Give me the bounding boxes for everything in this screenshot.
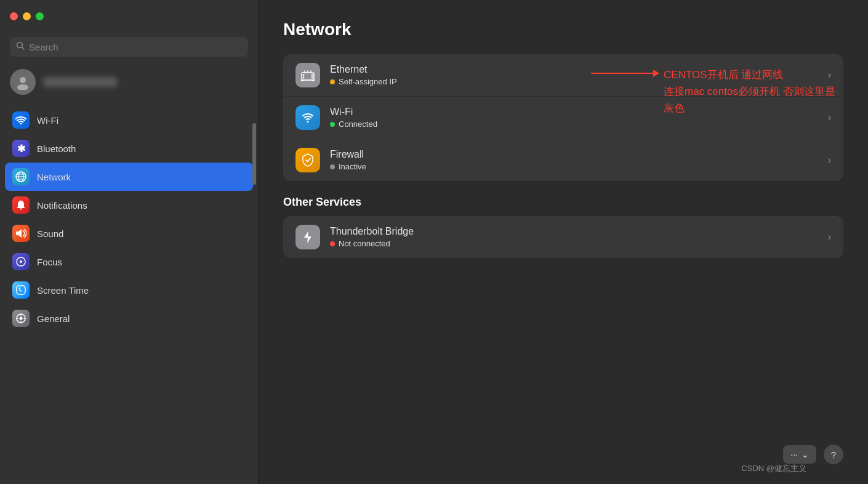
firewall-icon [295, 148, 320, 172]
firewall-info: Firewall Inactive [330, 149, 818, 171]
sidebar-item-label-sound: Sound [37, 228, 63, 239]
bluetooth-icon: ✱ [12, 140, 30, 157]
general-icon [12, 310, 30, 327]
sidebar-item-label-focus: Focus [37, 257, 62, 267]
sidebar: Search Wi-Fi ✱ Bluetooth [0, 0, 259, 484]
scrollbar-thumb[interactable] [252, 123, 256, 185]
focus-icon [12, 253, 30, 270]
svg-point-11 [20, 317, 23, 320]
wifi-net-name: Wi-Fi [330, 107, 818, 118]
search-icon [16, 41, 25, 52]
other-services-section: Other Services Thunderbolt Bridge Not co… [283, 196, 843, 273]
svg-rect-9 [17, 286, 25, 294]
network-connections-card: Ethernet Self-assigned IP › Wi-Fi Connec… [283, 54, 843, 181]
avatar [10, 69, 36, 95]
wifi-item[interactable]: Wi-Fi Connected › [283, 97, 843, 139]
firewall-status: Inactive [330, 162, 818, 171]
scrollbar-track [252, 111, 256, 296]
ethernet-status-text: Self-assigned IP [339, 77, 397, 86]
svg-line-1 [22, 47, 25, 50]
svg-point-23 [303, 75, 305, 76]
ethernet-info: Ethernet Self-assigned IP [330, 64, 818, 86]
minimize-button[interactable] [23, 12, 31, 20]
sidebar-item-label-screentime: Screen Time [37, 285, 89, 296]
sidebar-item-wifi[interactable]: Wi-Fi [5, 106, 253, 134]
wifi-net-info: Wi-Fi Connected [330, 107, 818, 129]
user-profile[interactable] [0, 64, 258, 103]
watermark: CSDN @健忘主义 [741, 463, 806, 474]
page-title: Network [283, 20, 843, 39]
thunderbolt-status-dot [330, 241, 335, 246]
maximize-button[interactable] [36, 12, 44, 20]
wifi-net-status: Connected [330, 119, 818, 129]
bottom-actions: ··· ⌄ ? [783, 445, 843, 464]
network-icon [12, 168, 30, 185]
thunderbolt-chevron-icon: › [828, 232, 831, 243]
titlebar [0, 0, 258, 32]
svg-point-25 [311, 75, 313, 76]
svg-rect-21 [301, 79, 303, 81]
ethernet-name: Ethernet [330, 64, 818, 75]
sidebar-item-label-general: General [37, 313, 70, 324]
wifi-status-dot [330, 122, 335, 127]
thunderbolt-status: Not connected [330, 239, 818, 248]
sidebar-item-screentime[interactable]: Screen Time [5, 276, 253, 304]
sidebar-item-notifications[interactable]: Notifications [5, 191, 253, 219]
ethernet-item[interactable]: Ethernet Self-assigned IP › [283, 54, 843, 97]
other-services-card: Thunderbolt Bridge Not connected › [283, 216, 843, 258]
thunderbolt-name: Thunderbolt Bridge [330, 226, 818, 237]
thunderbolt-status-text: Not connected [339, 239, 390, 248]
ethernet-status-dot [330, 79, 335, 84]
thunderbolt-item[interactable]: Thunderbolt Bridge Not connected › [283, 216, 843, 258]
sidebar-item-bluetooth[interactable]: ✱ Bluetooth [5, 134, 253, 163]
sidebar-item-focus[interactable]: Focus [5, 248, 253, 276]
sidebar-item-network[interactable]: Network [5, 163, 253, 191]
ethernet-icon [295, 63, 320, 87]
ethernet-chevron-icon: › [828, 70, 831, 81]
wifi-status-text: Connected [339, 119, 377, 129]
sound-icon [12, 225, 30, 242]
wifi-net-icon [295, 105, 320, 130]
sidebar-item-general[interactable]: General [5, 304, 253, 333]
thunderbolt-icon [295, 225, 320, 249]
sidebar-item-label-network: Network [37, 172, 71, 182]
more-dots: ··· [790, 450, 798, 459]
screentime-icon [12, 281, 30, 299]
svg-rect-22 [312, 79, 315, 81]
firewall-name: Firewall [330, 149, 818, 160]
help-button[interactable]: ? [824, 445, 843, 464]
sidebar-item-sound[interactable]: Sound [5, 219, 253, 248]
sidebar-item-label-wifi: Wi-Fi [37, 115, 58, 126]
notifications-icon [12, 196, 30, 214]
firewall-status-text: Inactive [339, 162, 366, 171]
svg-point-3 [17, 84, 28, 90]
wifi-icon [12, 111, 30, 129]
other-services-label: Other Services [283, 196, 843, 209]
main-content: Network [259, 0, 868, 484]
ethernet-status: Self-assigned IP [330, 77, 818, 86]
sidebar-items: Wi-Fi ✱ Bluetooth Network [0, 103, 258, 484]
search-bar[interactable]: Search [10, 37, 248, 57]
svg-rect-16 [302, 73, 314, 80]
wifi-net-chevron-icon: › [828, 112, 831, 123]
more-button[interactable]: ··· ⌄ [783, 445, 816, 464]
user-name [43, 77, 117, 87]
close-button[interactable] [10, 12, 18, 20]
sidebar-item-label-bluetooth: Bluetooth [37, 143, 76, 154]
search-placeholder: Search [29, 42, 58, 52]
svg-point-24 [303, 77, 305, 79]
firewall-status-dot [330, 164, 335, 169]
firewall-item[interactable]: Firewall Inactive › [283, 139, 843, 181]
sidebar-item-label-notifications: Notifications [37, 200, 87, 211]
svg-point-2 [20, 77, 26, 83]
thunderbolt-info: Thunderbolt Bridge Not connected [330, 226, 818, 248]
chevron-down-icon: ⌄ [802, 450, 809, 459]
svg-point-26 [311, 77, 313, 79]
firewall-chevron-icon: › [828, 155, 831, 166]
